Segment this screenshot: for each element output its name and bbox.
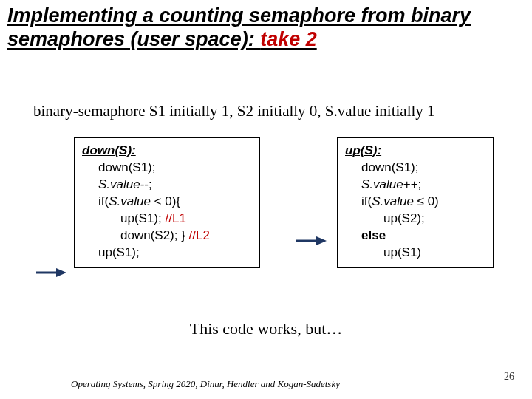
code-box-up: up(S): down(S1); S.value++; if(S.value ≤… — [337, 137, 494, 268]
arrow-right-icon — [296, 236, 327, 246]
slide-title: Implementing a counting semaphore from b… — [7, 4, 510, 52]
down-l4a: up(S1); — [120, 211, 165, 225]
down-l2b: --; — [140, 177, 152, 191]
caption: This code works, but… — [0, 319, 532, 338]
up-l1: down(S1); — [345, 160, 418, 177]
up-fn: up(S): — [345, 143, 381, 157]
svg-marker-3 — [316, 236, 327, 245]
down-l5-comment: //L2 — [189, 228, 210, 242]
svg-marker-1 — [56, 268, 66, 277]
down-fn: down(S): — [82, 143, 136, 157]
code-box-down: down(S): down(S1); S.value--; if(S.value… — [74, 137, 260, 268]
page-number: 26 — [504, 371, 514, 383]
footer: Operating Systems, Spring 2020, Dinur, H… — [71, 378, 340, 390]
init-line: binary-semaphore S1 initially 1, S2 init… — [33, 102, 510, 120]
up-l3a: if( — [361, 194, 372, 208]
up-l2b: ++; — [403, 177, 422, 191]
title-take2: take 2 — [260, 28, 317, 50]
down-l3a: if( — [98, 194, 109, 208]
down-l5a: down(S2); } — [120, 228, 189, 242]
up-l5: else — [345, 228, 386, 245]
arrow-right-icon — [35, 267, 66, 278]
up-l6: up(S1) — [345, 245, 421, 262]
down-l3b: S.value — [109, 194, 151, 208]
up-l3b: S.value — [372, 194, 414, 208]
up-l2a: S.value — [361, 177, 403, 191]
slide: Implementing a counting semaphore from b… — [0, 0, 532, 399]
up-l4: up(S2); — [345, 211, 425, 228]
up-l3c: ≤ 0) — [414, 194, 439, 208]
down-l6: up(S1); — [82, 245, 140, 262]
down-l2a: S.value — [98, 177, 140, 191]
down-l1: down(S1); — [82, 160, 155, 177]
down-l3c: < 0){ — [151, 194, 180, 208]
title-main: Implementing a counting semaphore from b… — [7, 4, 471, 50]
down-l4-comment: //L1 — [165, 211, 185, 225]
